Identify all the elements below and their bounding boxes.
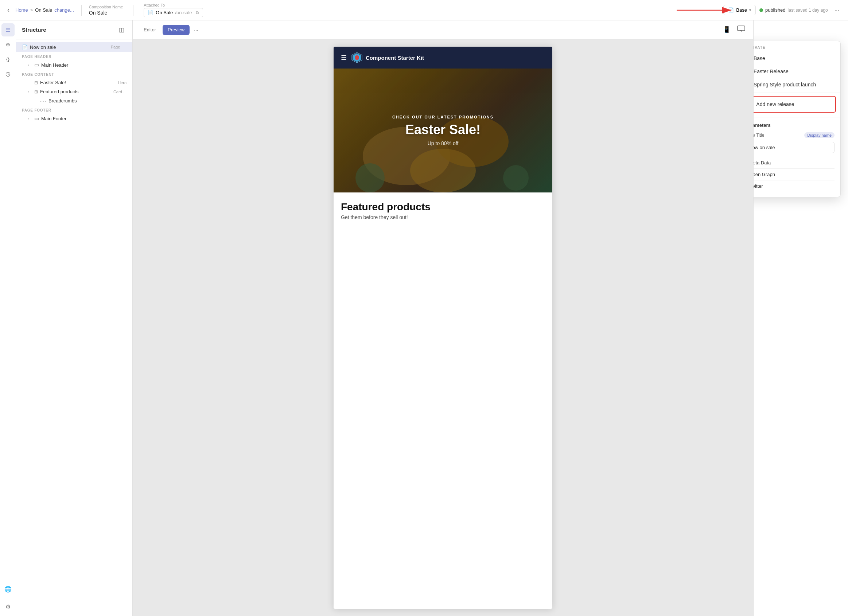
breadcrumb-home[interactable]: Home xyxy=(15,7,28,13)
desktop-device-button[interactable] xyxy=(735,24,747,36)
featured-subtitle: Get them before they sell out! xyxy=(341,214,545,220)
main-layout: ☰ ⊛ {} ◷ 🌐 ⚙ Structure ◫ 📄 Now on sale P… xyxy=(0,21,848,616)
header-icon: ▭ xyxy=(34,62,39,68)
section-label-page-footer: PAGE FOOTER xyxy=(16,105,132,114)
preview-toolbar: Editor Preview ··· 📱 xyxy=(133,21,753,39)
dropdown-easter-label: Easter Release xyxy=(753,68,789,74)
add-release-label: Add new release xyxy=(756,101,794,107)
display-name-badge: Display name xyxy=(804,132,835,138)
chevron-right-icon: › xyxy=(28,63,32,67)
dropdown-item-base[interactable]: ✓ Base xyxy=(753,52,841,65)
chevron-right-icon-3: › xyxy=(28,117,32,121)
hero-subtitle: CHECK OUT OUR LATEST PROMOTIONS xyxy=(392,115,494,119)
preview-tabs: Editor Preview ··· xyxy=(139,25,201,35)
sidebar-item-settings[interactable]: ⚙ xyxy=(1,600,15,613)
section-label-page-header: PAGE HEADER xyxy=(16,52,132,60)
tree-item-breadcrumbs[interactable]: › - - - Breadcrumbs xyxy=(16,96,132,105)
main-footer-label: Main Footer xyxy=(41,116,126,121)
logo-icon xyxy=(351,52,363,64)
base-icon: 📄 xyxy=(728,7,734,13)
featured-section: Featured products Get them before they s… xyxy=(334,192,552,229)
breadcrumb-change[interactable]: change... xyxy=(54,7,74,13)
page-title-label: Page Title xyxy=(753,133,801,138)
published-badge: published last saved 1 day ago xyxy=(759,7,828,13)
open-graph-collapsible[interactable]: › Open Graph xyxy=(753,169,835,180)
tree-item-page[interactable]: 📄 Now on sale Page ··· xyxy=(16,42,132,52)
attached-label: Attached To xyxy=(144,3,203,7)
preview-canvas: ☰ Component Starter Kit xyxy=(133,39,753,616)
tree-item-main-footer[interactable]: › ▭ Main Footer xyxy=(16,114,132,123)
meta-data-collapsible[interactable]: › Meta Data xyxy=(753,157,835,169)
activate-label: ACTIVATE xyxy=(753,41,841,52)
mobile-device-button[interactable]: 📱 xyxy=(721,24,733,36)
site-logo: Component Starter Kit xyxy=(351,52,424,64)
breadcrumbs-label: Breadcrumbs xyxy=(49,98,126,104)
hero-icon: ⊟ xyxy=(34,80,38,85)
base-dropdown: ACTIVATE ✓ Base ✓ Easter Release ✓ Sprin… xyxy=(753,41,841,197)
dropdown-base-label: Base xyxy=(753,55,765,61)
main-header-label: Main Header xyxy=(41,62,126,68)
easter-sale-badge: Hero xyxy=(118,81,126,85)
tree-page-badge: Page xyxy=(111,45,120,49)
parameters-section: Parameters Page Title Display name › Met… xyxy=(753,117,841,197)
tree-item-featured-products[interactable]: › ⊞ Featured products Card ... xyxy=(16,87,132,96)
published-text: published xyxy=(765,7,786,13)
add-new-release-button[interactable]: + Add new release xyxy=(753,96,836,113)
breadcrumb: Home > On Sale change... xyxy=(15,7,74,13)
hamburger-icon[interactable]: ☰ xyxy=(341,53,347,62)
attached-value[interactable]: 📄 On Sale /on-sale ⧉ xyxy=(144,8,203,17)
footer-icon: ▭ xyxy=(34,116,39,121)
site-header: ☰ Component Starter Kit xyxy=(334,47,552,68)
structure-panel: Structure ◫ 📄 Now on sale Page ··· PAGE … xyxy=(16,21,133,616)
featured-products-label: Featured products xyxy=(40,89,110,95)
hero-section: CHECK OUT OUR LATEST PROMOTIONS Easter S… xyxy=(334,68,552,192)
twitter-collapsible[interactable]: › Twitter xyxy=(753,180,835,192)
structure-collapse-button[interactable]: ◫ xyxy=(117,25,126,34)
published-dot xyxy=(759,8,763,12)
more-options-button[interactable]: ··· xyxy=(832,6,842,15)
structure-title: Structure xyxy=(22,27,46,33)
page-icon: 📄 xyxy=(22,44,28,50)
chevron-down-icon: ▾ xyxy=(749,8,751,12)
base-button[interactable]: 📄 Base ▾ xyxy=(723,5,756,15)
tab-preview[interactable]: Preview xyxy=(163,25,190,35)
copy-icon[interactable]: ⧉ xyxy=(196,10,199,15)
card-icon: ⊞ xyxy=(34,89,38,95)
hero-content: CHECK OUT OUR LATEST PROMOTIONS Easter S… xyxy=(392,115,494,146)
chevron-right-icon-2: › xyxy=(28,90,32,94)
breadcrumb-current: On Sale xyxy=(35,7,52,13)
parameters-title: Parameters xyxy=(753,123,835,128)
sidebar-item-code[interactable]: {} xyxy=(1,52,15,66)
hero-description: Up to 80% off xyxy=(392,140,494,146)
page-title-input[interactable] xyxy=(753,142,835,153)
sidebar-item-layers[interactable]: ⊛ xyxy=(1,38,15,51)
sidebar-item-history[interactable]: ◷ xyxy=(1,67,15,80)
structure-header: Structure ◫ xyxy=(16,21,132,39)
attached-section: Attached To 📄 On Sale /on-sale ⧉ xyxy=(144,3,203,17)
tree-item-easter-sale[interactable]: › ⊟ Easter Sale! Hero xyxy=(16,78,132,87)
section-label-page-content: PAGE CONTENT xyxy=(16,70,132,78)
tree-item-main-header[interactable]: › ▭ Main Header xyxy=(16,60,132,70)
preview-frame: ☰ Component Starter Kit xyxy=(334,47,552,609)
dropdown-item-spring[interactable]: ✓ Spring Style product launch xyxy=(753,78,841,91)
attached-path: /on-sale xyxy=(175,10,192,15)
base-label: Base xyxy=(736,7,747,13)
dropdown-spring-label: Spring Style product launch xyxy=(753,81,816,87)
back-button[interactable]: ‹ xyxy=(6,5,11,15)
featured-title: Featured products xyxy=(341,201,545,213)
sidebar-item-globe[interactable]: 🌐 xyxy=(1,582,15,595)
tree-page-label: Now on sale xyxy=(30,44,107,50)
comp-name-value: On Sale xyxy=(89,10,123,16)
dashed-icon: - - - xyxy=(40,99,46,103)
svg-marker-8 xyxy=(355,55,359,60)
tab-editor[interactable]: Editor xyxy=(139,25,161,35)
dropdown-divider xyxy=(753,93,841,93)
icon-sidebar: ☰ ⊛ {} ◷ 🌐 ⚙ xyxy=(0,21,16,616)
tab-more-button[interactable]: ··· xyxy=(191,25,201,35)
page-title-row: Page Title Display name xyxy=(753,132,835,138)
sidebar-item-structure[interactable]: ☰ xyxy=(1,23,15,37)
dropdown-item-easter[interactable]: ✓ Easter Release xyxy=(753,65,841,78)
top-bar-right: 📄 Base ▾ published last saved 1 day ago … xyxy=(723,5,842,15)
attached-page-name: On Sale xyxy=(156,10,173,15)
composition-name-section: Composition Name On Sale xyxy=(89,5,123,16)
